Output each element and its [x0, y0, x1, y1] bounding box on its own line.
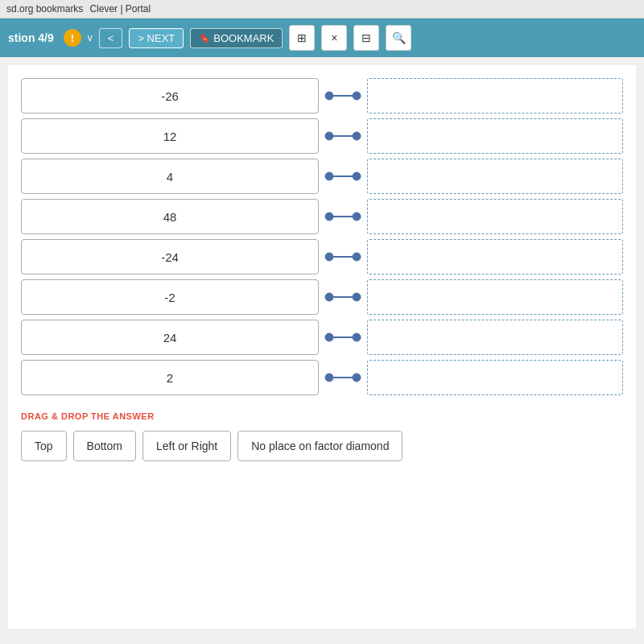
connector-line — [319, 320, 367, 355]
drop-zone[interactable] — [367, 279, 623, 315]
grid-button[interactable]: ⊞ — [289, 25, 315, 51]
svg-point-15 — [325, 293, 333, 301]
number-box: 48 — [21, 199, 319, 234]
svg-point-14 — [353, 253, 361, 261]
drop-zone[interactable] — [367, 199, 623, 234]
answer-options: TopBottomLeft or RightNo place on factor… — [21, 431, 623, 461]
answer-option-top[interactable]: Top — [21, 431, 67, 461]
number-box: -2 — [21, 279, 319, 315]
answer-option-no-place[interactable]: No place on factor diamond — [237, 431, 402, 461]
connector-line — [319, 78, 367, 114]
svg-point-6 — [325, 172, 333, 180]
connector-line — [319, 159, 367, 194]
close-button[interactable]: × — [321, 25, 347, 51]
drop-zone[interactable] — [367, 118, 623, 154]
alert-icon[interactable]: ! — [64, 29, 81, 47]
portal-label: Clever | Portal — [89, 3, 151, 14]
prev-button[interactable]: < — [99, 28, 123, 48]
drag-label: DRAG & DROP THE ANSWER — [21, 411, 623, 421]
chevron-icon[interactable]: v — [88, 32, 93, 43]
svg-point-18 — [325, 333, 333, 341]
connector-line — [319, 239, 367, 275]
number-box: 2 — [21, 360, 319, 395]
matching-area: -2612448-24-2242 — [21, 78, 623, 395]
connector-line — [319, 199, 367, 234]
drop-zone[interactable] — [367, 320, 623, 355]
connector-line — [319, 279, 367, 315]
svg-point-8 — [353, 172, 361, 180]
right-column — [367, 78, 623, 395]
left-column: -2612448-24-2242 — [21, 78, 319, 395]
svg-point-2 — [353, 92, 361, 100]
svg-point-23 — [353, 374, 361, 382]
svg-point-3 — [325, 132, 333, 140]
svg-point-20 — [353, 333, 361, 341]
main-content: -2612448-24-2242 — [8, 65, 636, 629]
svg-point-0 — [325, 92, 333, 100]
svg-point-11 — [353, 213, 361, 221]
connector-column — [319, 78, 367, 395]
connector-line — [319, 118, 367, 154]
drag-drop-section: DRAG & DROP THE ANSWER TopBottomLeft or … — [21, 411, 623, 461]
browser-bar: sd.org bookmarks Clever | Portal — [0, 0, 644, 19]
number-box: 4 — [21, 159, 319, 194]
drop-zone[interactable] — [367, 239, 623, 275]
number-box: 12 — [21, 118, 319, 154]
svg-point-12 — [325, 253, 333, 261]
connector-line — [319, 360, 367, 395]
question-counter: stion 4/9 — [8, 31, 54, 44]
svg-point-9 — [325, 213, 333, 221]
drop-zone[interactable] — [367, 360, 623, 395]
bookmark-button[interactable]: 🔖 BOOKMARK — [190, 28, 283, 48]
calendar-button[interactable]: ⊟ — [353, 25, 379, 51]
next-button[interactable]: > NEXT — [129, 28, 184, 48]
answer-option-left-right[interactable]: Left or Right — [142, 431, 231, 461]
number-box: 24 — [21, 320, 319, 355]
search-button[interactable]: 🔍 — [386, 25, 411, 51]
number-box: -26 — [21, 78, 319, 114]
drop-zone[interactable] — [367, 159, 623, 194]
toolbar: stion 4/9 ! v < > NEXT 🔖 BOOKMARK ⊞ × ⊟ … — [0, 19, 644, 57]
svg-point-21 — [325, 374, 333, 382]
svg-point-5 — [353, 132, 361, 140]
drop-zone[interactable] — [367, 78, 623, 114]
svg-point-17 — [353, 293, 361, 301]
number-box: -24 — [21, 239, 319, 275]
bookmarks-label: sd.org bookmarks — [6, 3, 83, 14]
answer-option-bottom[interactable]: Bottom — [73, 431, 136, 461]
